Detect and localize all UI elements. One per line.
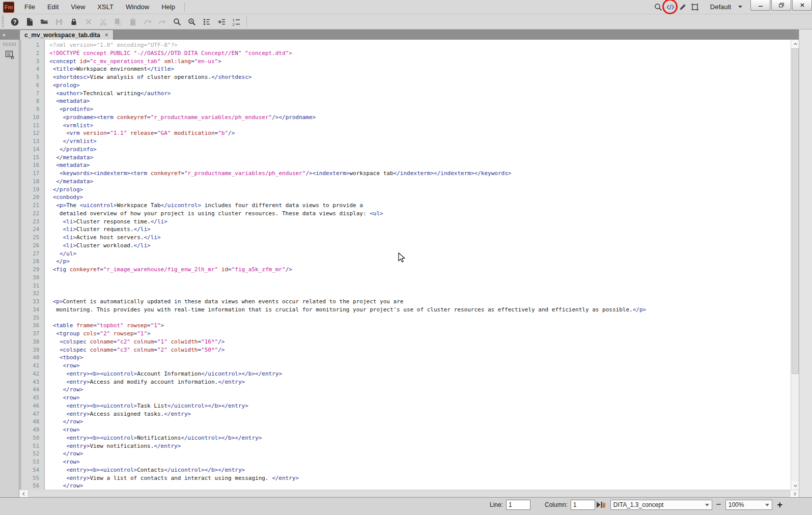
code-line-42[interactable]: 42 <entry><b><uicontrol>Account Informat…	[19, 370, 799, 378]
zoom-in-button[interactable]: +	[772, 500, 788, 510]
menu-help[interactable]: Help	[155, 0, 181, 14]
code-line-37[interactable]: 37 <tgroup cols="2" rowsep="1">	[19, 330, 799, 338]
tab-c_mv_workspace_tab[interactable]: c_mv_workspace_tab.dita ×	[19, 30, 114, 40]
code-line-21[interactable]: 21 <p>The <uicontrol>Workspace Tab</uico…	[19, 202, 799, 210]
line-number-input[interactable]	[506, 500, 530, 510]
code-line-40[interactable]: 40 <tbody>	[19, 354, 799, 362]
horizontal-scrollbar[interactable]	[19, 490, 799, 497]
menu-window[interactable]: Window	[120, 0, 155, 14]
doctype-selector[interactable]: DITA_1.3_concept	[610, 500, 712, 510]
framemaker-logo[interactable]: Fm	[3, 2, 14, 13]
tab-close-icon[interactable]: ×	[105, 33, 108, 38]
menu-xslt[interactable]: XSLT	[91, 0, 120, 14]
code-line-18[interactable]: 18 </metadata>	[19, 178, 799, 186]
code-line-26[interactable]: 26 <li>Cluster workload.</li>	[19, 242, 799, 250]
code-line-51[interactable]: 51 <entry>View notifications.</entry>	[19, 442, 799, 450]
code-line-44[interactable]: 44 </row>	[19, 386, 799, 394]
column-number-input[interactable]	[571, 500, 595, 510]
scroll-up-arrow[interactable]	[791, 40, 799, 48]
scroll-left-arrow[interactable]	[19, 490, 27, 497]
go-to-line-icon[interactable]	[595, 500, 606, 510]
code-line-29[interactable]: 29 <fig conkeyref="r_image_warehouse/fig…	[19, 266, 799, 274]
code-line-13[interactable]: 13 </vrmlist>	[19, 137, 799, 146]
element-catalog-button[interactable]	[199, 15, 214, 28]
code-line-34[interactable]: 34 monitoring. This provides you with re…	[19, 306, 799, 314]
menu-edit[interactable]: Edit	[41, 0, 65, 14]
zoom-level-selector[interactable]: 100%	[725, 500, 772, 510]
code-line-14[interactable]: 14 </prodinfo>	[19, 146, 799, 154]
scroll-right-arrow[interactable]	[791, 490, 799, 497]
code-line-39[interactable]: 39 <colspec colname="c3" colnum="2" colw…	[19, 346, 799, 354]
code-line-31[interactable]: 31	[19, 282, 799, 290]
code-line-33[interactable]: 33 <p>Content is automatically updated i…	[19, 298, 799, 306]
code-line-43[interactable]: 43 <entry>Access and modify account info…	[19, 378, 799, 386]
vertical-scrollbar[interactable]	[791, 40, 799, 490]
code-line-20[interactable]: 20 <conbody>	[19, 193, 799, 202]
code-line-47[interactable]: 47 <entry>Access assigned tasks.</entry>	[19, 410, 799, 418]
find-change-button[interactable]: A	[184, 15, 199, 28]
code-line-48[interactable]: 48 </row>	[19, 418, 799, 426]
code-line-46[interactable]: 46 <entry><b><uicontrol>Task List</uicon…	[19, 402, 799, 410]
code-line-56[interactable]: 56 </row>	[19, 482, 799, 490]
code-line-49[interactable]: 49 <row>	[19, 426, 799, 434]
menu-file[interactable]: File	[18, 0, 41, 14]
code-line-15[interactable]: 15 </metadata>	[19, 154, 799, 162]
code-line-3[interactable]: 3<concept id="c_mv_operations_tab" xml:l…	[19, 58, 799, 66]
new-document-button[interactable]	[22, 15, 37, 28]
code-line-12[interactable]: 12 <vrm version="1.1" release="GA" modif…	[19, 129, 799, 137]
code-line-53[interactable]: 53 <row>	[19, 458, 799, 466]
code-line-17[interactable]: 17 <keywords><indexterm><term conkeyref=…	[19, 169, 799, 178]
code-line-23[interactable]: 23 <li>Cluster response time.</li>	[19, 218, 799, 226]
code-view-icon[interactable]	[664, 1, 677, 13]
open-button[interactable]	[37, 15, 51, 28]
xml-code-editor[interactable]: 1<?xml version="1.0" encoding="UTF-8"?>2…	[19, 40, 799, 490]
code-line-8[interactable]: 8 <metadata>	[19, 97, 799, 105]
code-line-1[interactable]: 1<?xml version="1.0" encoding="UTF-8"?>	[19, 41, 799, 49]
code-line-11[interactable]: 11 <vrmlist>	[19, 122, 799, 130]
panel-expand-button[interactable]: »	[0, 30, 19, 40]
smart-insert-button[interactable]	[214, 15, 229, 28]
panel-grip[interactable]	[3, 42, 16, 46]
code-line-2[interactable]: 2<!DOCTYPE concept PUBLIC "-//OASIS//DTD…	[19, 49, 799, 58]
close-button[interactable]	[792, 0, 812, 11]
text-frame-icon[interactable]	[689, 1, 701, 13]
code-line-36[interactable]: 36 <table frame="topbot" rowsep="1">	[19, 322, 799, 330]
format-pen-icon[interactable]	[677, 1, 689, 13]
find-button[interactable]	[170, 15, 184, 28]
code-line-50[interactable]: 50 <entry><b><uicontrol>Notifications</u…	[19, 434, 799, 442]
code-line-27[interactable]: 27 </ul>	[19, 250, 799, 258]
code-line-4[interactable]: 4 <title>Workspace environment</title>	[19, 65, 799, 73]
menu-view[interactable]: View	[65, 0, 91, 14]
code-line-28[interactable]: 28 </p>	[19, 258, 799, 266]
scroll-down-arrow[interactable]	[791, 481, 799, 490]
code-line-35[interactable]: 35	[19, 314, 799, 322]
code-line-54[interactable]: 54 <entry><b><uicontrol>Contacts</uicont…	[19, 466, 799, 474]
document-outline-panel-icon[interactable]: D	[3, 48, 16, 61]
toolbar-grip[interactable]	[2, 16, 4, 28]
code-line-55[interactable]: 55 <entry>View a list of contacts and in…	[19, 474, 799, 482]
code-line-9[interactable]: 9 <prodinfo>	[19, 105, 799, 113]
code-line-52[interactable]: 52 </row>	[19, 450, 799, 458]
code-line-22[interactable]: 22 detailed overview of how your project…	[19, 210, 799, 218]
code-line-6[interactable]: 6 <prolog>	[19, 81, 799, 90]
workspace-selector[interactable]: Default	[710, 3, 742, 11]
lock-button[interactable]	[66, 15, 81, 28]
help-button[interactable]: ?	[7, 15, 22, 28]
code-line-5[interactable]: 5 <shortdesc>View analysis of cluster op…	[19, 73, 799, 81]
zoom-out-button[interactable]: −	[712, 500, 725, 510]
code-line-41[interactable]: 41 <row>	[19, 362, 799, 370]
code-line-10[interactable]: 10 <prodname><term conkeyref="r_productn…	[19, 113, 799, 122]
code-line-45[interactable]: 45 <row>	[19, 394, 799, 402]
code-line-16[interactable]: 16 <metadata>	[19, 161, 799, 169]
minimize-button[interactable]	[750, 0, 770, 11]
code-line-24[interactable]: 24 <li>Cluster requests.</li>	[19, 225, 799, 234]
vertical-scrollbar-thumb[interactable]	[792, 48, 799, 374]
numbered-list-button[interactable]: 12	[229, 15, 243, 28]
code-line-30[interactable]: 30	[19, 274, 799, 282]
code-line-32[interactable]: 32	[19, 290, 799, 298]
search-icon[interactable]	[652, 1, 664, 13]
code-line-25[interactable]: 25 <li>Active host servers.</li>	[19, 234, 799, 242]
code-line-19[interactable]: 19 </prolog>	[19, 186, 799, 194]
horizontal-scrollbar-thumb[interactable]	[28, 491, 790, 497]
code-line-38[interactable]: 38 <colspec colname="c2" colnum="1" colw…	[19, 338, 799, 346]
